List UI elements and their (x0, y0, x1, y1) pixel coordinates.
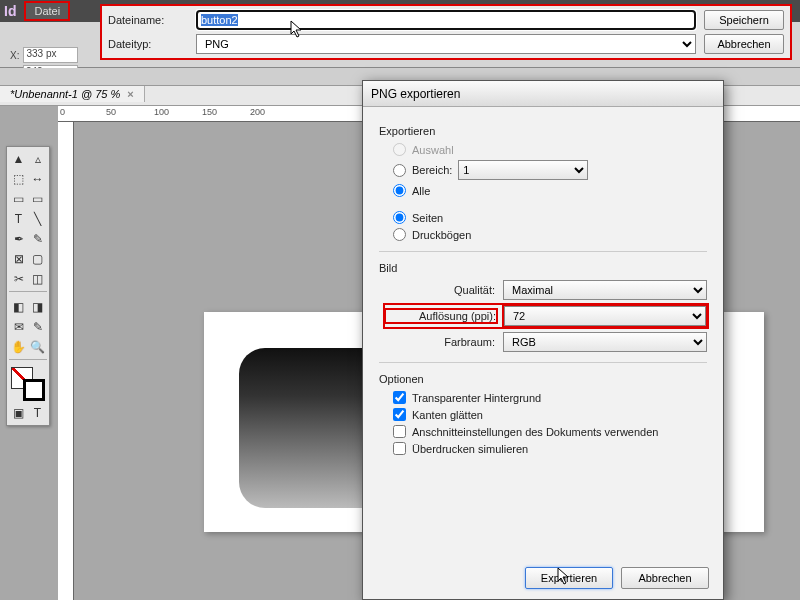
zoom-tool-icon[interactable]: 🔍 (28, 337, 47, 357)
check-transparent-bg-label: Transparenter Hintergrund (412, 392, 541, 404)
export-button[interactable]: Exportieren (525, 567, 613, 589)
filetype-select[interactable]: PNG (196, 34, 696, 54)
filename-label: Dateiname: (108, 14, 188, 26)
vertical-ruler (58, 122, 74, 600)
radio-spreads-label: Druckbögen (412, 229, 471, 241)
pen-tool-icon[interactable]: ✒ (9, 229, 28, 249)
content-collector-icon[interactable]: ▭ (9, 189, 28, 209)
quality-select[interactable]: Maximal (503, 280, 707, 300)
radio-all-label: Alle (412, 185, 430, 197)
tools-palette: ▲▵ ⬚↔ ▭▭ T╲ ✒✎ ⊠▢ ✂◫ ◧◨ ✉✎ ✋🔍 ▣T (6, 146, 50, 426)
ruler-tick: 100 (154, 107, 169, 117)
filetype-label: Dateityp: (108, 38, 188, 50)
quality-label: Qualität: (385, 284, 495, 296)
radio-range-label: Bereich: (412, 164, 452, 176)
png-export-dialog: PNG exportieren Exportieren Auswahl Bere… (362, 80, 724, 600)
page-tool-icon[interactable]: ⬚ (9, 169, 28, 189)
hand-tool-icon[interactable]: ✋ (9, 337, 28, 357)
pencil-tool-icon[interactable]: ✎ (28, 229, 47, 249)
apply-none-icon[interactable]: T (28, 403, 47, 423)
check-antialias-label: Kanten glätten (412, 409, 483, 421)
export-group-label: Exportieren (379, 125, 707, 137)
ruler-tick: 150 (202, 107, 217, 117)
colorspace-label: Farbraum: (385, 336, 495, 348)
stroke-swatch[interactable] (23, 379, 45, 401)
radio-pages[interactable] (393, 211, 406, 224)
scissors-tool-icon[interactable]: ✂ (9, 269, 28, 289)
range-select[interactable]: 1 (458, 160, 588, 180)
cancel-button[interactable]: Abbrechen (621, 567, 709, 589)
rectangle-frame-tool-icon[interactable]: ⊠ (9, 249, 28, 269)
ruler-tick: 200 (250, 107, 265, 117)
image-group-label: Bild (379, 262, 707, 274)
direct-selection-tool-icon[interactable]: ▵ (28, 149, 47, 169)
free-transform-icon[interactable]: ◫ (28, 269, 47, 289)
options-group-label: Optionen (379, 373, 707, 385)
ruler-tick: 0 (60, 107, 65, 117)
filename-input[interactable] (196, 10, 696, 30)
gradient-swatch-tool-icon[interactable]: ◧ (9, 297, 28, 317)
ruler-tick: 50 (106, 107, 116, 117)
selection-tool-icon[interactable]: ▲ (9, 149, 28, 169)
radio-range[interactable] (393, 164, 406, 177)
line-tool-icon[interactable]: ╲ (28, 209, 47, 229)
menu-file[interactable]: Datei (24, 1, 70, 21)
check-overprint-label: Überdrucken simulieren (412, 443, 528, 455)
save-button[interactable]: Speichern (704, 10, 784, 30)
check-transparent-bg[interactable] (393, 391, 406, 404)
doc-tab[interactable]: *Unbenannt-1 @ 75 % × (0, 86, 145, 102)
apply-color-icon[interactable]: ▣ (9, 403, 28, 423)
radio-spreads[interactable] (393, 228, 406, 241)
check-bleed-label: Anschnitteinstellungen des Dokuments ver… (412, 426, 658, 438)
cancel-save-button[interactable]: Abbrechen (704, 34, 784, 54)
doc-tab-text: *Unbenannt-1 @ 75 % (10, 88, 120, 100)
resolution-label: Auflösung (ppi): (386, 310, 496, 322)
x-value[interactable]: 333 px (23, 47, 78, 63)
close-icon[interactable]: × (127, 88, 133, 100)
file-save-bar: Dateiname: Speichern Dateityp: PNG Abbre… (100, 4, 792, 60)
gradient-feather-tool-icon[interactable]: ◨ (28, 297, 47, 317)
check-antialias[interactable] (393, 408, 406, 421)
radio-pages-label: Seiten (412, 212, 443, 224)
radio-selection-label: Auswahl (412, 144, 454, 156)
resolution-select[interactable]: 72 (504, 306, 706, 326)
eyedropper-tool-icon[interactable]: ✎ (28, 317, 47, 337)
app-logo: Id (4, 3, 16, 19)
type-tool-icon[interactable]: T (9, 209, 28, 229)
rectangle-tool-icon[interactable]: ▢ (28, 249, 47, 269)
radio-all[interactable] (393, 184, 406, 197)
colorspace-select[interactable]: RGB (503, 332, 707, 352)
x-label: X: (10, 50, 19, 61)
check-bleed[interactable] (393, 425, 406, 438)
check-overprint[interactable] (393, 442, 406, 455)
content-placer-icon[interactable]: ▭ (28, 189, 47, 209)
radio-selection (393, 143, 406, 156)
gap-tool-icon[interactable]: ↔ (28, 169, 47, 189)
dialog-title: PNG exportieren (371, 87, 460, 101)
fill-stroke-swatch[interactable] (9, 365, 47, 403)
note-tool-icon[interactable]: ✉ (9, 317, 28, 337)
dialog-titlebar[interactable]: PNG exportieren (363, 81, 723, 107)
